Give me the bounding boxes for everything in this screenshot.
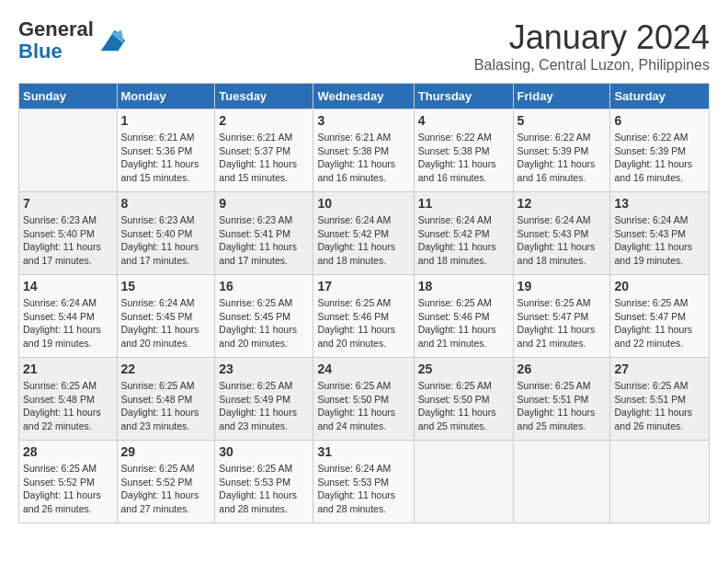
day-number: 16 xyxy=(219,279,309,293)
day-number: 15 xyxy=(121,279,211,293)
day-number: 5 xyxy=(518,113,607,128)
day-number: 21 xyxy=(23,362,113,376)
page-header: General Blue January 2024 Balasing, Cent… xyxy=(18,18,710,74)
day-number: 31 xyxy=(317,444,409,459)
calendar-table: SundayMondayTuesdayWednesdayThursdayFrid… xyxy=(18,83,710,523)
calendar-cell: 31Sunrise: 6:24 AM Sunset: 5:53 PM Dayli… xyxy=(313,441,414,523)
day-number: 11 xyxy=(418,196,509,211)
logo-icon xyxy=(97,27,125,54)
calendar-cell xyxy=(19,109,118,192)
day-info: Sunrise: 6:24 AM Sunset: 5:42 PM Dayligh… xyxy=(418,213,509,268)
day-info: Sunrise: 6:25 AM Sunset: 5:47 PM Dayligh… xyxy=(518,296,607,350)
day-number: 30 xyxy=(219,444,309,459)
day-number: 17 xyxy=(317,279,409,293)
calendar-cell: 23Sunrise: 6:25 AM Sunset: 5:49 PM Dayli… xyxy=(215,358,313,441)
day-info: Sunrise: 6:25 AM Sunset: 5:46 PM Dayligh… xyxy=(317,296,409,350)
day-number: 26 xyxy=(518,362,607,376)
logo-text: General Blue xyxy=(18,18,94,63)
calendar-cell: 20Sunrise: 6:25 AM Sunset: 5:47 PM Dayli… xyxy=(610,275,710,358)
day-number: 12 xyxy=(518,196,607,211)
day-info: Sunrise: 6:22 AM Sunset: 5:38 PM Dayligh… xyxy=(418,131,509,185)
location-subtitle: Balasing, Central Luzon, Philippines xyxy=(474,57,710,74)
day-info: Sunrise: 6:25 AM Sunset: 5:49 PM Dayligh… xyxy=(219,379,309,433)
day-number: 23 xyxy=(219,362,309,376)
month-title: January 2024 xyxy=(474,18,710,57)
calendar-week-2: 7Sunrise: 6:23 AM Sunset: 5:40 PM Daylig… xyxy=(19,192,710,275)
calendar-cell: 15Sunrise: 6:24 AM Sunset: 5:45 PM Dayli… xyxy=(117,275,215,358)
calendar-cell: 14Sunrise: 6:24 AM Sunset: 5:44 PM Dayli… xyxy=(19,275,118,358)
calendar-cell: 22Sunrise: 6:25 AM Sunset: 5:48 PM Dayli… xyxy=(117,358,215,441)
calendar-cell: 28Sunrise: 6:25 AM Sunset: 5:52 PM Dayli… xyxy=(19,441,118,523)
calendar-cell: 10Sunrise: 6:24 AM Sunset: 5:42 PM Dayli… xyxy=(313,192,414,275)
day-info: Sunrise: 6:21 AM Sunset: 5:37 PM Dayligh… xyxy=(219,131,309,185)
day-info: Sunrise: 6:23 AM Sunset: 5:41 PM Dayligh… xyxy=(219,213,309,268)
logo-general: General xyxy=(18,18,94,40)
day-info: Sunrise: 6:24 AM Sunset: 5:43 PM Dayligh… xyxy=(614,213,705,268)
day-number: 6 xyxy=(614,113,705,128)
calendar-cell: 8Sunrise: 6:23 AM Sunset: 5:40 PM Daylig… xyxy=(117,192,215,275)
col-header-saturday: Saturday xyxy=(610,84,710,109)
col-header-monday: Monday xyxy=(117,84,215,109)
calendar-week-5: 28Sunrise: 6:25 AM Sunset: 5:52 PM Dayli… xyxy=(19,441,710,523)
calendar-cell: 7Sunrise: 6:23 AM Sunset: 5:40 PM Daylig… xyxy=(19,192,118,275)
day-number: 25 xyxy=(418,362,509,376)
day-number: 10 xyxy=(317,196,409,211)
calendar-cell: 21Sunrise: 6:25 AM Sunset: 5:48 PM Dayli… xyxy=(19,358,118,441)
day-info: Sunrise: 6:21 AM Sunset: 5:36 PM Dayligh… xyxy=(121,131,211,185)
calendar-cell: 24Sunrise: 6:25 AM Sunset: 5:50 PM Dayli… xyxy=(313,358,414,441)
day-info: Sunrise: 6:22 AM Sunset: 5:39 PM Dayligh… xyxy=(518,131,607,185)
col-header-sunday: Sunday xyxy=(19,84,118,109)
col-header-wednesday: Wednesday xyxy=(313,84,414,109)
day-number: 1 xyxy=(121,113,211,128)
day-number: 14 xyxy=(23,279,113,293)
calendar-week-4: 21Sunrise: 6:25 AM Sunset: 5:48 PM Dayli… xyxy=(19,358,710,441)
calendar-cell: 6Sunrise: 6:22 AM Sunset: 5:39 PM Daylig… xyxy=(610,109,710,192)
calendar-cell xyxy=(513,441,610,523)
day-number: 2 xyxy=(219,113,309,128)
day-number: 29 xyxy=(121,444,211,459)
day-number: 7 xyxy=(23,196,113,211)
day-number: 27 xyxy=(614,362,705,376)
day-info: Sunrise: 6:25 AM Sunset: 5:48 PM Dayligh… xyxy=(121,379,211,433)
day-info: Sunrise: 6:24 AM Sunset: 5:45 PM Dayligh… xyxy=(121,296,211,350)
day-number: 18 xyxy=(418,279,509,293)
title-block: January 2024 Balasing, Central Luzon, Ph… xyxy=(474,18,710,74)
day-number: 13 xyxy=(614,196,705,211)
day-number: 4 xyxy=(418,113,509,128)
calendar-cell: 5Sunrise: 6:22 AM Sunset: 5:39 PM Daylig… xyxy=(513,109,610,192)
day-info: Sunrise: 6:23 AM Sunset: 5:40 PM Dayligh… xyxy=(121,213,211,268)
calendar-header-row: SundayMondayTuesdayWednesdayThursdayFrid… xyxy=(19,84,710,109)
day-number: 20 xyxy=(614,279,705,293)
calendar-cell xyxy=(610,441,710,523)
calendar-cell: 25Sunrise: 6:25 AM Sunset: 5:50 PM Dayli… xyxy=(414,358,513,441)
calendar-week-1: 1Sunrise: 6:21 AM Sunset: 5:36 PM Daylig… xyxy=(19,109,710,192)
day-info: Sunrise: 6:24 AM Sunset: 5:44 PM Dayligh… xyxy=(23,296,113,350)
day-number: 24 xyxy=(317,362,409,376)
day-number: 9 xyxy=(219,196,309,211)
day-info: Sunrise: 6:24 AM Sunset: 5:53 PM Dayligh… xyxy=(317,462,409,516)
day-number: 8 xyxy=(121,196,211,211)
calendar-cell: 13Sunrise: 6:24 AM Sunset: 5:43 PM Dayli… xyxy=(610,192,710,275)
calendar-cell: 1Sunrise: 6:21 AM Sunset: 5:36 PM Daylig… xyxy=(117,109,215,192)
day-info: Sunrise: 6:25 AM Sunset: 5:53 PM Dayligh… xyxy=(219,462,309,516)
calendar-week-3: 14Sunrise: 6:24 AM Sunset: 5:44 PM Dayli… xyxy=(19,275,710,358)
logo: General Blue xyxy=(18,18,125,63)
day-info: Sunrise: 6:23 AM Sunset: 5:40 PM Dayligh… xyxy=(23,213,113,268)
calendar-cell: 27Sunrise: 6:25 AM Sunset: 5:51 PM Dayli… xyxy=(610,358,710,441)
calendar-cell: 4Sunrise: 6:22 AM Sunset: 5:38 PM Daylig… xyxy=(414,109,513,192)
day-number: 28 xyxy=(23,444,113,459)
logo-blue: Blue xyxy=(18,40,94,63)
day-info: Sunrise: 6:24 AM Sunset: 5:42 PM Dayligh… xyxy=(317,213,409,268)
day-info: Sunrise: 6:25 AM Sunset: 5:51 PM Dayligh… xyxy=(518,379,607,433)
day-info: Sunrise: 6:21 AM Sunset: 5:38 PM Dayligh… xyxy=(317,131,409,185)
calendar-cell: 11Sunrise: 6:24 AM Sunset: 5:42 PM Dayli… xyxy=(414,192,513,275)
day-info: Sunrise: 6:25 AM Sunset: 5:48 PM Dayligh… xyxy=(23,379,113,433)
calendar-cell: 30Sunrise: 6:25 AM Sunset: 5:53 PM Dayli… xyxy=(215,441,313,523)
calendar-cell xyxy=(414,441,513,523)
calendar-cell: 19Sunrise: 6:25 AM Sunset: 5:47 PM Dayli… xyxy=(513,275,610,358)
day-info: Sunrise: 6:25 AM Sunset: 5:47 PM Dayligh… xyxy=(614,296,705,350)
calendar-cell: 2Sunrise: 6:21 AM Sunset: 5:37 PM Daylig… xyxy=(215,109,313,192)
day-info: Sunrise: 6:25 AM Sunset: 5:46 PM Dayligh… xyxy=(418,296,509,350)
calendar-cell: 18Sunrise: 6:25 AM Sunset: 5:46 PM Dayli… xyxy=(414,275,513,358)
calendar-cell: 17Sunrise: 6:25 AM Sunset: 5:46 PM Dayli… xyxy=(313,275,414,358)
